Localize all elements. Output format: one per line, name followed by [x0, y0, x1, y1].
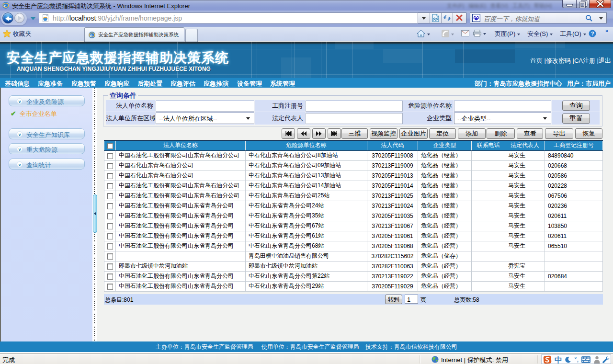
svg-text:?: ?: [591, 31, 594, 36]
svg-text:e: e: [90, 32, 92, 38]
svg-text:e: e: [4, 2, 6, 8]
